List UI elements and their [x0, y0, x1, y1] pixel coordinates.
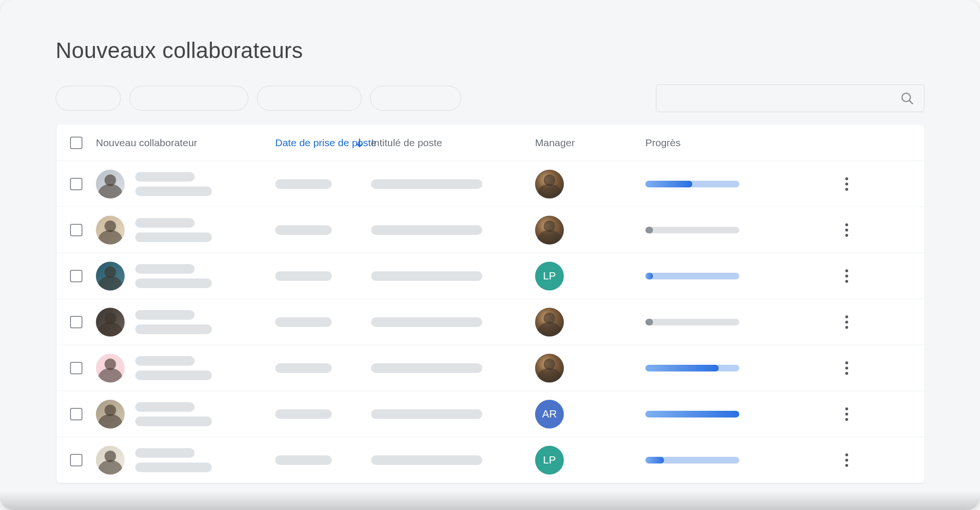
job-title-placeholder — [371, 363, 482, 373]
avatar — [96, 446, 125, 475]
row-checkbox[interactable] — [70, 270, 82, 282]
start-date-placeholder — [275, 271, 332, 281]
col-start-date[interactable]: Date de prise de poste — [275, 137, 371, 149]
row-checkbox[interactable] — [70, 408, 82, 420]
progress-bar — [645, 273, 739, 279]
col-collaborator[interactable]: Nouveau collaborateur — [96, 137, 275, 149]
filter-chip-2[interactable] — [129, 86, 248, 111]
table-row: AR — [57, 391, 924, 437]
app-frame: Nouveaux collaborateurs Nouveau collabor… — [0, 0, 980, 510]
filter-chip-4[interactable] — [370, 86, 461, 111]
sort-down-icon — [354, 137, 365, 149]
job-title-placeholder — [371, 225, 482, 235]
name-placeholder — [135, 448, 195, 458]
svg-line-1 — [910, 101, 912, 104]
row-actions-menu[interactable] — [837, 267, 856, 286]
manager-avatar: LP — [535, 262, 564, 290]
subtitle-placeholder — [135, 371, 212, 380]
progress-bar — [645, 365, 739, 371]
col-job-title[interactable]: Intitulé de poste — [371, 137, 535, 149]
subtitle-placeholder — [135, 463, 212, 472]
col-progress[interactable]: Progrès — [645, 137, 818, 149]
subtitle-placeholder — [135, 417, 212, 426]
manager-avatar — [535, 308, 564, 336]
manager-avatar — [535, 170, 564, 198]
filter-chip-3[interactable] — [257, 86, 362, 111]
start-date-placeholder — [275, 179, 332, 189]
manager-avatar — [535, 354, 564, 382]
job-title-placeholder — [371, 179, 482, 189]
table-row — [57, 345, 924, 391]
search-input[interactable] — [656, 84, 924, 112]
table-header: Nouveau collaborateur Date de prise de p… — [57, 125, 924, 161]
progress-bar — [645, 457, 739, 464]
start-date-placeholder — [275, 317, 332, 327]
row-checkbox[interactable] — [70, 362, 82, 374]
collaborators-table: Nouveau collaborateur Date de prise de p… — [57, 125, 924, 483]
avatar — [96, 400, 125, 429]
subtitle-placeholder — [135, 278, 212, 288]
start-date-placeholder — [275, 455, 332, 465]
start-date-placeholder — [275, 225, 332, 235]
job-title-placeholder — [371, 409, 482, 419]
avatar — [96, 262, 125, 290]
subtitle-placeholder — [135, 232, 212, 242]
avatar — [96, 170, 125, 198]
table-row: LP — [57, 437, 924, 483]
row-actions-menu[interactable] — [837, 220, 856, 240]
page-title: Nouveaux collaborateurs — [0, 0, 980, 63]
row-actions-menu[interactable] — [837, 451, 856, 470]
job-title-placeholder — [371, 317, 482, 327]
name-placeholder — [135, 356, 195, 366]
row-actions-menu[interactable] — [837, 174, 856, 194]
job-title-placeholder — [371, 271, 482, 281]
job-title-placeholder — [371, 455, 482, 465]
row-checkbox[interactable] — [70, 224, 82, 236]
row-actions-menu[interactable] — [837, 405, 856, 424]
progress-bar — [645, 319, 739, 325]
name-placeholder — [135, 310, 195, 320]
table-row — [57, 299, 924, 345]
subtitle-placeholder — [135, 186, 212, 196]
avatar — [96, 308, 125, 336]
name-placeholder — [135, 218, 195, 228]
name-placeholder — [135, 172, 195, 182]
manager-avatar: LP — [535, 446, 564, 475]
avatar — [96, 354, 125, 382]
manager-avatar: AR — [535, 400, 564, 429]
start-date-placeholder — [275, 363, 332, 373]
name-placeholder — [135, 264, 195, 274]
row-checkbox[interactable] — [70, 178, 82, 190]
col-manager[interactable]: Manager — [535, 137, 645, 149]
toolbar — [0, 63, 980, 112]
row-actions-menu[interactable] — [837, 313, 856, 332]
row-checkbox[interactable] — [70, 454, 82, 466]
table-row — [57, 161, 924, 207]
avatar — [96, 216, 125, 244]
select-all-checkbox[interactable] — [70, 137, 82, 149]
col-start-date-label: Date de prise de poste — [275, 137, 347, 149]
manager-avatar — [535, 216, 564, 244]
search-icon — [900, 91, 914, 105]
table-row: LP — [57, 253, 924, 299]
table-row — [57, 207, 924, 253]
filter-chip-1[interactable] — [56, 86, 121, 111]
progress-bar — [645, 411, 739, 417]
progress-bar — [645, 181, 739, 187]
start-date-placeholder — [275, 409, 332, 419]
progress-bar — [645, 227, 739, 233]
row-actions-menu[interactable] — [837, 359, 856, 378]
name-placeholder — [135, 402, 195, 412]
row-checkbox[interactable] — [70, 316, 82, 328]
subtitle-placeholder — [135, 325, 212, 334]
